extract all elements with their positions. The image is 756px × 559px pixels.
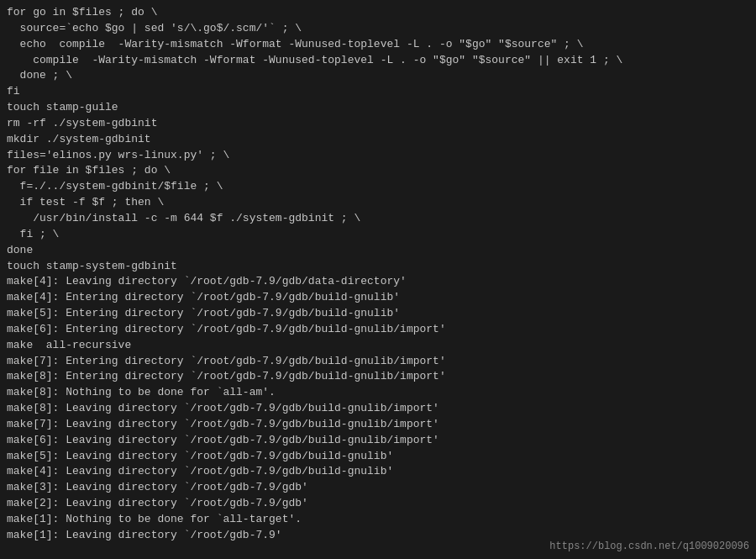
terminal-line: make[7]: Entering directory `/root/gdb-7…	[7, 354, 749, 370]
terminal-line: make[2]: Leaving directory `/root/gdb-7.…	[7, 496, 749, 512]
terminal-line: make[4]: Leaving directory `/root/gdb-7.…	[7, 274, 749, 290]
terminal-line: make[7]: Leaving directory `/root/gdb-7.…	[7, 417, 749, 433]
terminal-window: for go in $files ; do \ source=`echo $go…	[0, 0, 756, 559]
terminal-line: make[8]: Entering directory `/root/gdb-7…	[7, 369, 749, 385]
terminal-line: make[8]: Nothing to be done for `all-am'…	[7, 385, 749, 401]
terminal-line: mkdir ./system-gdbinit	[7, 132, 749, 148]
terminal-line: make[4]: Leaving directory `/root/gdb-7.…	[7, 464, 749, 480]
terminal-line: source=`echo $go | sed 's/\.go$/.scm/'` …	[7, 21, 749, 37]
terminal-line: touch stamp-guile	[7, 100, 749, 116]
terminal-line: echo compile -Warity-mismatch -Wformat -…	[7, 37, 749, 53]
terminal-line: compile -Warity-mismatch -Wformat -Wunus…	[7, 53, 749, 69]
terminal-line: f=./../system-gdbinit/$file ; \	[7, 179, 749, 195]
terminal-line: /usr/bin/install -c -m 644 $f ./system-g…	[7, 211, 749, 227]
terminal-line: make all-recursive	[7, 338, 749, 354]
terminal-line: make[6]: Entering directory `/root/gdb-7…	[7, 322, 749, 338]
terminal-line: make[8]: Leaving directory `/root/gdb-7.…	[7, 401, 749, 417]
watermark: https://blog.csdn.net/q1009020096	[549, 541, 749, 552]
terminal-line: make[5]: Entering directory `/root/gdb-7…	[7, 306, 749, 322]
terminal-line: touch stamp-system-gdbinit	[7, 259, 749, 275]
terminal-line: rm -rf ./system-gdbinit	[7, 116, 749, 132]
terminal-line: make[1]: Nothing to be done for `all-tar…	[7, 512, 749, 528]
terminal-line: files='elinos.py wrs-linux.py' ; \	[7, 148, 749, 164]
terminal-line: for go in $files ; do \	[7, 5, 749, 21]
terminal-line: for file in $files ; do \	[7, 163, 749, 179]
terminal-line: done ; \	[7, 68, 749, 84]
terminal-output: for go in $files ; do \ source=`echo $go…	[7, 5, 749, 544]
terminal-line: make[6]: Leaving directory `/root/gdb-7.…	[7, 433, 749, 449]
terminal-line: if test -f $f ; then \	[7, 195, 749, 211]
terminal-line: make[5]: Leaving directory `/root/gdb-7.…	[7, 449, 749, 465]
terminal-line: fi ; \	[7, 227, 749, 243]
terminal-line: fi	[7, 84, 749, 100]
terminal-line: make[4]: Entering directory `/root/gdb-7…	[7, 290, 749, 306]
terminal-line: done	[7, 243, 749, 259]
terminal-line: make[3]: Leaving directory `/root/gdb-7.…	[7, 480, 749, 496]
